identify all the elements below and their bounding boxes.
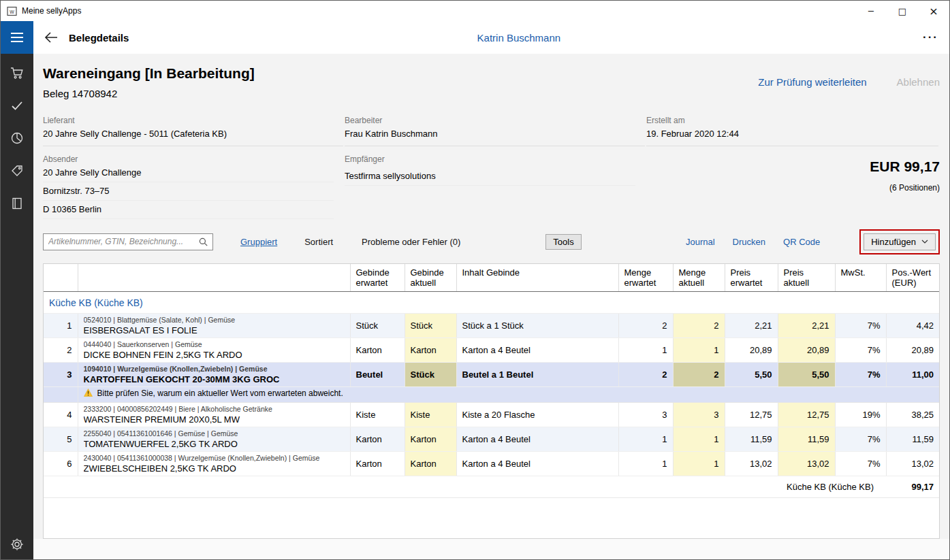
field-label-absender: Absender [43, 154, 345, 164]
cell-ma[interactable]: 2 [673, 314, 725, 338]
cell-pa[interactable]: 2,21 [778, 314, 835, 338]
cell-ge: Karton [350, 452, 405, 476]
tag-icon[interactable] [9, 163, 25, 178]
cell-ga[interactable]: Karton [405, 338, 456, 363]
bottom-scroll-area [33, 539, 949, 559]
field-bearbeiter: Bearbeiter Frau Katrin Buschmann [345, 116, 645, 146]
table-row[interactable]: 62430040 | 05411361000038 | Wurzelgemüse… [44, 452, 939, 476]
cell-pe: 5,50 [725, 363, 778, 387]
cart-icon[interactable] [9, 65, 25, 80]
cell-ma[interactable]: 2 [673, 363, 725, 387]
gruppiert-toggle[interactable]: Gruppiert [240, 237, 277, 247]
cell-mwst: 7% [835, 314, 886, 338]
table-row[interactable]: 10524010 | Blattgemüse (Salate, Kohl) | … [44, 314, 939, 338]
item-name: TOMATENWUERFEL 2,5KG TK ARDO [84, 439, 345, 449]
group-footer-label: Küche KB (Küche KB) [44, 476, 886, 498]
journal-icon[interactable] [9, 196, 25, 210]
cell-me: 1 [618, 338, 673, 363]
probleme-filter[interactable]: Probleme oder Fehler (0) [362, 237, 460, 247]
cell-mwst: 7% [835, 452, 886, 476]
cell-me: 3 [618, 403, 673, 427]
cell-me: 1 [618, 427, 673, 452]
field-empfaenger: Empfänger Testfirma sellysolutions [345, 154, 646, 219]
field-label-bearbeiter: Bearbeiter [345, 116, 645, 125]
cell-mwst: 7% [835, 363, 886, 387]
cell-ga[interactable]: Kiste [405, 403, 456, 427]
reject-link[interactable]: Ablehnen [897, 76, 940, 88]
table-body: Küche KB (Küche KB)10524010 | Blattgemüs… [44, 292, 939, 476]
close-button[interactable]: × [918, 1, 949, 21]
sortiert-toggle[interactable]: Sortiert [304, 237, 333, 247]
item-name: KARTOFFELN GEKOCHT 20-30MM 3KG GROC [84, 374, 345, 384]
add-button[interactable]: Hinzufügen [864, 233, 936, 250]
table-row[interactable]: 52255040 | 05411361001646 | Gemüse | Gem… [44, 427, 939, 452]
cell-num: 4 [44, 403, 78, 427]
cell-pa[interactable]: 11,59 [778, 427, 835, 452]
cell-pw: 20,89 [886, 338, 939, 363]
cell-pw: 11,59 [886, 427, 939, 452]
table-row[interactable]: 42333200 | 04000856202449 | Biere | Alko… [44, 403, 939, 427]
cell-pw: 38,25 [886, 403, 939, 427]
cell-inhalt: Kiste a 20 Flasche [456, 403, 618, 427]
document-total: EUR 99,17 [646, 159, 940, 175]
cell-pa[interactable]: 5,50 [778, 363, 835, 387]
cell-ma[interactable]: 1 [673, 427, 725, 452]
cell-desc: 2255040 | 05411361001646 | Gemüse | Gemü… [78, 427, 350, 452]
item-name: ZWIEBELSCHEIBEN 2,5KG TK ARDO [84, 463, 345, 474]
field-absender: Absender 20 Jahre Selly Challenge Bornit… [43, 154, 345, 219]
cell-pa[interactable]: 12,75 [778, 403, 835, 427]
cell-num: 5 [44, 427, 78, 452]
cell-inhalt: Beutel a 1 Beutel [456, 363, 618, 387]
cell-ge: Stück [350, 314, 405, 338]
item-name: DICKE BOHNEN FEIN 2,5KG TK ARDO [84, 350, 345, 360]
search-input[interactable] [48, 237, 199, 246]
cell-mwst: 19% [835, 403, 886, 427]
cell-pe: 11,59 [725, 427, 778, 452]
cell-ge: Beutel [350, 363, 405, 387]
item-info: 2255040 | 05411361001646 | Gemüse | Gemü… [84, 429, 345, 438]
settings-icon[interactable] [9, 537, 25, 551]
table-row[interactable]: 20444040 | Sauerkonserven | GemüseDICKE … [44, 338, 939, 363]
cell-ga[interactable]: Stück [405, 314, 456, 338]
back-button[interactable] [44, 32, 58, 43]
qr-code-link[interactable]: QR Code [783, 237, 820, 247]
absender-line-2: Bornitzstr. 73–75 [43, 182, 334, 201]
forward-review-link[interactable]: Zur Prüfung weiterleiten [758, 76, 866, 88]
journal-link[interactable]: Journal [686, 237, 715, 247]
add-button-highlight: Hinzufügen [864, 233, 936, 250]
maximize-button[interactable]: □ [887, 1, 918, 21]
tools-button[interactable]: Tools [545, 234, 581, 250]
cell-desc: 0524010 | Blattgemüse (Salate, Kohl) | G… [78, 314, 350, 338]
positions-table: Gebinde erwartetGebinde aktuellInhalt Ge… [43, 263, 940, 539]
more-menu-button[interactable]: ··· [923, 31, 938, 44]
sidebar [1, 21, 33, 559]
menu-button[interactable] [1, 21, 33, 54]
column-header-me: Menge erwartet [618, 264, 673, 292]
check-icon[interactable] [9, 98, 25, 112]
pie-chart-icon[interactable] [9, 131, 25, 145]
item-info: 2333200 | 04000856202449 | Biere | Alkoh… [84, 405, 345, 413]
field-label-empfaenger: Empfänger [345, 154, 646, 164]
cell-pe: 13,02 [725, 452, 778, 476]
cell-pa[interactable]: 20,89 [778, 338, 835, 363]
drucken-link[interactable]: Drucken [733, 237, 765, 247]
document-detail-view: Wareneingang [In Bearbeitung] Beleg 1470… [33, 54, 949, 559]
cell-ma[interactable]: 1 [673, 338, 725, 363]
cell-pa[interactable]: 13,02 [778, 452, 835, 476]
cell-mwst: 7% [835, 338, 886, 363]
cell-ma[interactable]: 3 [673, 403, 725, 427]
minimize-button[interactable]: ─ [855, 1, 887, 21]
table-header-row: Gebinde erwartetGebinde aktuellInhalt Ge… [44, 264, 939, 292]
search-icon[interactable] [199, 237, 208, 246]
group-footer-total: 99,17 [886, 476, 939, 498]
svg-text:w: w [9, 8, 14, 15]
cell-ga[interactable]: Karton [405, 452, 456, 476]
column-header-num [44, 264, 78, 292]
cell-pe: 2,21 [725, 314, 778, 338]
cell-ma[interactable]: 1 [673, 452, 725, 476]
table-row[interactable]: 31094010 | Wurzelgemüse (Knollen,Zwiebel… [44, 363, 939, 387]
cell-ga[interactable]: Karton [405, 427, 456, 452]
column-header-pa: Preis aktuell [778, 264, 835, 292]
column-header-pe: Preis erwartet [725, 264, 778, 292]
cell-ga[interactable]: Stück [405, 363, 456, 387]
